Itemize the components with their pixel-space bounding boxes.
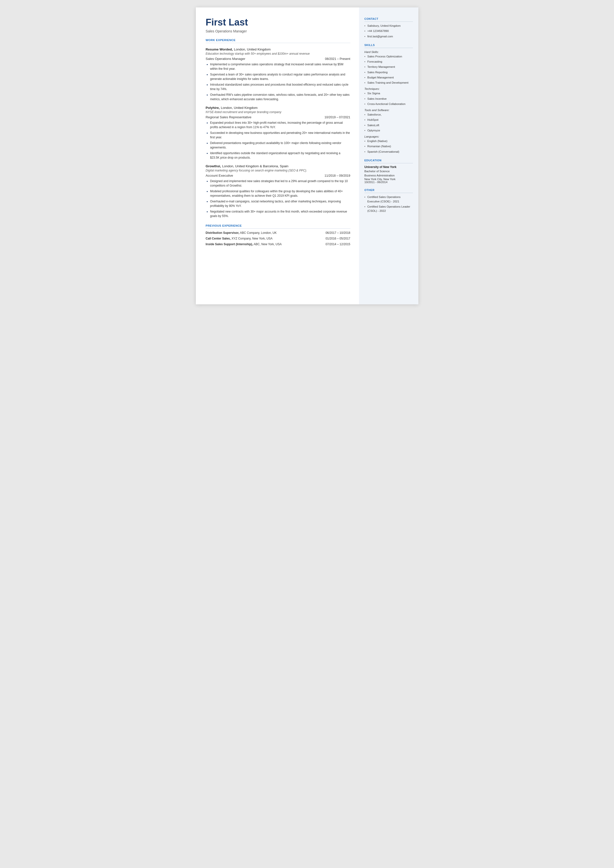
other-list: Certified Sales Operations Executive (CS… xyxy=(364,195,413,213)
skill-item: Sales Process Optimization xyxy=(364,54,413,59)
bullet-item: Designed and implemented new sales strat… xyxy=(210,179,350,188)
edu-location: New York City, New York xyxy=(364,178,413,181)
bullet-item: Identified opportunities outside the sta… xyxy=(210,151,350,160)
role-dates-3: 11/2018 – 09/2019 xyxy=(324,174,350,177)
candidate-title: Sales Operations Manager xyxy=(206,29,350,33)
candidate-name: First Last xyxy=(206,17,350,28)
other-item-1: Certified Sales Operations Executive (CS… xyxy=(364,195,413,203)
company-name-3: Growthsi, xyxy=(206,164,221,168)
contact-location: Salisbury, United Kingdom xyxy=(364,24,413,28)
skill-item: Forecasting xyxy=(364,60,413,64)
contact-list: Salisbury, United Kingdom +44 1234567890… xyxy=(364,24,413,39)
skill-item: Sales Reporting xyxy=(364,70,413,75)
education-section: EDUCATION University of New York Bachelo… xyxy=(364,159,413,184)
hard-skills-list: Sales Process Optimization Forecasting T… xyxy=(364,54,413,85)
bullet-item: Supervised a team of 30+ sales operation… xyxy=(210,72,350,81)
bullet-item: Overhauled e-mail campaigns, social netw… xyxy=(210,199,350,208)
techniques-heading: Techniques: xyxy=(364,87,413,90)
tool-item: SalesLoft xyxy=(364,123,413,127)
bullet-item: Overhauled RW's sales pipeline conversio… xyxy=(210,93,350,101)
tools-heading: Tools and Software: xyxy=(364,109,413,112)
other-section: OTHER Certified Sales Operations Executi… xyxy=(364,189,413,213)
previous-experience-heading: PREVIOUS EXPERIENCE xyxy=(206,224,350,228)
company-location-2: London, United Kingdom xyxy=(221,106,258,110)
company-desc-1: Education technology startup with 50+ em… xyxy=(206,52,350,56)
prev-exp-row-1: Distribution Supervisor, ABC Company, Lo… xyxy=(206,231,350,235)
edu-degree: Bachelor of Science xyxy=(364,169,413,174)
tool-item: HubSpot xyxy=(364,118,413,122)
contact-email: first.last@gmail.com xyxy=(364,34,413,39)
company-polyhire: Polyhire, London, United Kingdom xyxy=(206,106,350,110)
other-item-2: Certified Sales Operations Leader (CSOL)… xyxy=(364,205,413,213)
edu-major: Business Administration xyxy=(364,174,413,178)
skill-item: Sales Training and Development xyxy=(364,81,413,85)
edu-dates: 10/2011 - 06/2014 xyxy=(364,181,413,183)
other-heading: OTHER xyxy=(364,189,413,193)
bullet-item: Negotiated new contracts with 30+ major … xyxy=(210,209,350,218)
skill-item: Budget Management xyxy=(364,76,413,80)
skills-heading: SKILLS xyxy=(364,43,413,48)
education-heading: EDUCATION xyxy=(364,159,413,163)
role-row-3: Account Executive 11/2018 – 09/2019 xyxy=(206,174,350,177)
prev-exp-row-3: Inside Sales Support (Internship), ABC, … xyxy=(206,242,350,247)
company-location-1: London, United Kingdom xyxy=(234,48,271,51)
contact-heading: CONTACT xyxy=(364,17,413,22)
contact-section: CONTACT Salisbury, United Kingdom +44 12… xyxy=(364,17,413,39)
prev-exp-entry-3: Inside Sales Support (Internship), ABC, … xyxy=(206,242,282,247)
technique-item: Sales Incentive xyxy=(364,97,413,101)
language-item: Romanian (Native) xyxy=(364,144,413,149)
role-title-1: Sales Operations Manager xyxy=(206,57,245,61)
left-column: First Last Sales Operations Manager WORK… xyxy=(196,8,359,304)
role-row-1: Sales Operations Manager 08/2021 – Prese… xyxy=(206,57,350,61)
prev-exp-dates-2: 01/2016 – 05/2017 xyxy=(326,236,350,241)
company-location-3: London, United Kingdom & Barcelona, Spai… xyxy=(222,164,288,168)
company-desc-2: NYSE-listed recruitment and employer bra… xyxy=(206,110,350,114)
company-resume-worded: Resume Worded, London, United Kingdom xyxy=(206,47,350,51)
bullet-item: Delivered presentations regarding produc… xyxy=(210,141,350,150)
prev-exp-entry-1: Distribution Supervisor, ABC Company, Lo… xyxy=(206,231,277,235)
prev-exp-dates-3: 07/2014 – 12/2015 xyxy=(326,242,350,247)
tool-item: Optymyze xyxy=(364,129,413,133)
tools-list: Salesforce, HubSpot SalesLoft Optymyze xyxy=(364,113,413,133)
bullet-item: Modeled professional qualities for colle… xyxy=(210,189,350,198)
company-name-2: Polyhire, xyxy=(206,106,220,110)
hard-skills-heading: Hard Skills: xyxy=(364,50,413,53)
education-entry-1: University of New York Bachelor of Scien… xyxy=(364,165,413,184)
resume-wrapper: First Last Sales Operations Manager WORK… xyxy=(196,8,419,304)
company-name-1: Resume Worded, xyxy=(206,48,233,51)
work-experience-heading: WORK EXPERIENCE xyxy=(206,39,350,43)
right-column: CONTACT Salisbury, United Kingdom +44 12… xyxy=(359,8,419,304)
bullets-1: Implemented a comprehensive sales operat… xyxy=(210,62,350,101)
contact-phone: +44 1234567890 xyxy=(364,29,413,33)
bullet-item: Succeeded in developing new business opp… xyxy=(210,130,350,140)
role-dates-1: 08/2021 – Present xyxy=(325,57,350,61)
previous-experience-section: PREVIOUS EXPERIENCE Distribution Supervi… xyxy=(206,224,350,247)
role-title-3: Account Executive xyxy=(206,174,233,177)
technique-item: Cross-functional Collaboration xyxy=(364,102,413,106)
prev-exp-row-2: Call Center Sales, XYZ Company, New York… xyxy=(206,236,350,241)
role-title-2: Regional Sales Representative xyxy=(206,115,251,119)
bullet-item: Introduced standardized sales processes … xyxy=(210,82,350,91)
company-desc-3: Digital marketing agency focusing on sea… xyxy=(206,169,350,172)
language-item: Spanish (Conversational) xyxy=(364,150,413,154)
skill-item: Territory Management xyxy=(364,65,413,69)
bullets-2: Expanded product lines into 30+ high-pro… xyxy=(210,121,350,160)
work-experience-section: WORK EXPERIENCE Resume Worded, London, U… xyxy=(206,39,350,218)
company-growthsi: Growthsi, London, United Kingdom & Barce… xyxy=(206,164,350,168)
prev-exp-entry-2: Call Center Sales, XYZ Company, New York… xyxy=(206,236,273,241)
prev-exp-dates-1: 06/2017 – 10/2018 xyxy=(326,231,350,235)
skills-section: SKILLS Hard Skills: Sales Process Optimi… xyxy=(364,43,413,154)
techniques-list: Six Sigma Sales Incentive Cross-function… xyxy=(364,91,413,106)
languages-heading: Languages: xyxy=(364,135,413,138)
language-item: English (Native) xyxy=(364,139,413,143)
prev-exp-table: Distribution Supervisor, ABC Company, Lo… xyxy=(206,231,350,247)
role-dates-2: 10/2019 – 07/2021 xyxy=(324,116,350,119)
bullet-item: Expanded product lines into 30+ high-pro… xyxy=(210,121,350,129)
edu-university: University of New York xyxy=(364,165,413,169)
bullet-item: Implemented a comprehensive sales operat… xyxy=(210,62,350,71)
technique-item: Six Sigma xyxy=(364,91,413,96)
bullets-3: Designed and implemented new sales strat… xyxy=(210,179,350,218)
tool-item: Salesforce, xyxy=(364,113,413,117)
role-row-2: Regional Sales Representative 10/2019 – … xyxy=(206,115,350,119)
languages-list: English (Native) Romanian (Native) Spani… xyxy=(364,139,413,154)
